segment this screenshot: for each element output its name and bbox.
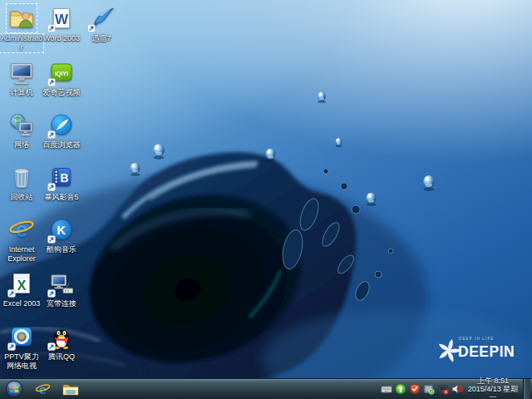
volume-muted-icon[interactable] <box>451 383 463 395</box>
desktop-icon-baidu-browser[interactable]: 百度浏览器 <box>40 111 83 150</box>
clock-time: 上午 8:51 <box>467 377 519 385</box>
show-desktop-button[interactable] <box>523 379 530 399</box>
internet-explorer-icon: e <box>8 216 35 243</box>
desktop-icon-label: Word 2003 <box>40 34 83 43</box>
taskbar-explorer-button[interactable] <box>57 379 85 399</box>
desktop-icon-label: 百度浏览器 <box>40 140 83 150</box>
safety-check-badge-icon[interactable] <box>423 383 435 395</box>
desktop-icon-label: PPTV聚力 网络电视 <box>0 352 43 371</box>
desktop-icon-pptv[interactable]: PPTV聚力 网络电视 <box>0 323 43 371</box>
water-droplet <box>318 91 326 102</box>
desktop-icon-label: 迅雷7 <box>80 34 123 43</box>
desktop-icon-tencent-qq[interactable]: 腾讯QQ <box>40 323 83 362</box>
green-updater-ball-icon[interactable] <box>395 383 406 395</box>
desktop-icon-internet-explorer[interactable]: e Internet Explorer <box>0 215 43 264</box>
svg-text:iQIYI: iQIYI <box>55 71 68 77</box>
deepin-tagline: DEEP IN LIFE <box>459 337 494 341</box>
desktop-icon-xunlei7[interactable]: 迅雷7 <box>80 4 123 43</box>
desktop-icon-iqiyi[interactable]: iQIYI 爱奇艺视频 <box>40 58 83 97</box>
user-folder-icon <box>8 5 35 32</box>
svg-text:W: W <box>55 12 69 27</box>
deepin-brand: DEEPIN <box>458 343 515 360</box>
desktop-icon-label: 网络 <box>0 140 43 150</box>
shortcut-arrow-icon <box>47 235 56 244</box>
desktop-icon-label: Administrator <box>0 34 43 52</box>
svg-text:X: X <box>17 278 27 293</box>
shortcut-arrow-icon <box>7 342 16 351</box>
shortcut-arrow-icon <box>47 24 56 32</box>
taskbar-clock[interactable]: 上午 8:51 2015/4/13 星期一 <box>466 377 520 399</box>
clock-date: 2015/4/13 星期一 <box>467 385 519 399</box>
desktop-screen: DEEP IN LIFE DEEPIN <box>0 0 532 399</box>
windows-explorer-folder-icon <box>62 382 79 397</box>
desktop-icon-label: 回收站 <box>0 193 43 202</box>
network-globe-icon <box>8 111 35 138</box>
start-button[interactable] <box>0 379 28 399</box>
desktop-icon-computer[interactable]: 计算机 <box>0 58 43 97</box>
shortcut-arrow-icon <box>47 289 56 298</box>
desktop-icon-broadband[interactable]: 宽带连接 <box>40 269 83 308</box>
system-tray: 上午 8:51 2015/4/13 星期一 <box>381 377 532 399</box>
network-error-icon[interactable] <box>437 383 449 395</box>
desktop-icon-label: 计算机 <box>0 88 43 97</box>
desktop-icon-network[interactable]: 网络 <box>0 111 43 150</box>
input-language-keyboard-icon[interactable] <box>381 383 392 395</box>
internet-explorer-icon: e <box>35 382 51 397</box>
desktop-icon-label: 宽带连接 <box>40 299 83 308</box>
desktop-icon-administrator[interactable]: Administrator <box>0 4 43 52</box>
security-shield-icon[interactable] <box>409 383 421 395</box>
windows-start-orb-icon <box>5 380 23 398</box>
shortcut-arrow-icon <box>47 78 56 86</box>
desktop-icon-excel-2003[interactable]: X Excel 2003 <box>0 269 43 308</box>
taskbar-ie-button[interactable]: e <box>28 379 57 399</box>
recycle-bin-icon <box>8 164 35 190</box>
desktop-icon-kugou[interactable]: K 酷狗音乐 <box>40 215 83 254</box>
desktop-icon-recycle-bin[interactable]: 回收站 <box>0 163 43 202</box>
shortcut-arrow-icon <box>47 183 56 191</box>
desktop-icon-label: 酷狗音乐 <box>40 245 83 254</box>
svg-text:B: B <box>60 171 68 185</box>
taskbar: e <box>0 378 532 399</box>
svg-text:K: K <box>57 223 66 237</box>
computer-monitor-icon <box>8 59 35 86</box>
desktop-icon-label: 爱奇艺视频 <box>40 88 83 97</box>
desktop-icon-label: Internet Explorer <box>0 245 43 264</box>
desktop-icon-label: Excel 2003 <box>0 299 43 308</box>
desktop-icon-word-2003[interactable]: W Word 2003 <box>40 4 83 43</box>
shortcut-arrow-icon <box>47 131 56 139</box>
desktop-icon-baofeng[interactable]: B 暴风影音5 <box>40 163 83 202</box>
desktop-icon-label: 暴风影音5 <box>40 193 83 202</box>
desktop-icon-label: 腾讯QQ <box>40 352 83 362</box>
shortcut-arrow-icon <box>7 289 16 298</box>
shortcut-arrow-icon <box>87 24 96 32</box>
shortcut-arrow-icon <box>47 342 56 351</box>
